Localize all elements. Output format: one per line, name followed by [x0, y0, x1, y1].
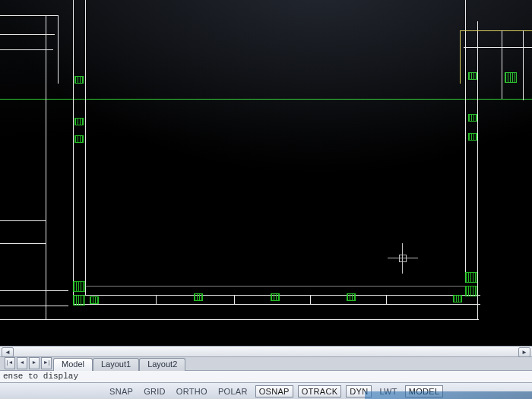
column-detail	[465, 272, 477, 283]
column-detail	[194, 293, 203, 301]
tab-nav-first[interactable]: |◄	[5, 357, 15, 369]
column-detail	[505, 72, 517, 83]
cad-line	[58, 15, 59, 84]
tab-nav-prev[interactable]: ◄	[17, 357, 27, 369]
scroll-right-button[interactable]: ►	[518, 347, 530, 357]
cad-line	[460, 30, 461, 84]
tab-nav-last[interactable]: ►|	[41, 357, 52, 369]
column-detail	[468, 72, 477, 80]
cad-line	[73, 0, 74, 304]
cad-line	[0, 243, 46, 244]
column-detail	[74, 135, 84, 143]
tab-layout2[interactable]: Layout2	[139, 358, 185, 371]
column-detail	[271, 293, 280, 301]
column-detail	[74, 118, 84, 125]
bottom-dock: ◄ ► |◄ ◄ ► ►| Model Layout1 Layout2 ense…	[0, 346, 532, 399]
tab-layout1[interactable]: Layout1	[93, 358, 139, 371]
tab-model[interactable]: Model	[53, 358, 93, 371]
scroll-left-button[interactable]: ◄	[2, 347, 14, 357]
horizontal-scrollbar[interactable]: ◄ ►	[0, 346, 532, 357]
cad-line	[464, 47, 532, 48]
cad-line	[234, 295, 235, 304]
column-detail	[73, 281, 85, 292]
column-detail	[453, 295, 462, 302]
cad-line	[46, 15, 46, 319]
layout-tabstrip: |◄ ◄ ► ►| Model Layout1 Layout2	[0, 357, 532, 371]
cad-line	[477, 21, 478, 319]
column-detail	[468, 133, 477, 141]
cad-line	[0, 220, 46, 221]
toggle-otrack[interactable]: OTRACK	[298, 385, 342, 397]
column-detail	[73, 295, 85, 306]
tab-nav-next[interactable]: ►	[29, 357, 40, 369]
cad-line	[460, 30, 532, 31]
cad-line	[85, 286, 465, 287]
toggle-polar[interactable]: POLAR	[215, 386, 251, 397]
cad-line	[156, 295, 157, 304]
monitor-bezel	[365, 391, 532, 399]
cad-line	[0, 290, 68, 291]
toggle-grid[interactable]: GRID	[141, 386, 169, 397]
cad-line	[523, 30, 524, 100]
toggle-snap[interactable]: SNAP	[106, 386, 136, 397]
cad-line	[0, 34, 55, 35]
cad-line	[502, 30, 502, 99]
cad-line	[0, 306, 68, 306]
column-detail	[74, 76, 84, 84]
cad-canvas[interactable]	[0, 0, 532, 346]
cad-line	[386, 295, 387, 304]
cad-line	[0, 15, 58, 16]
toggle-osnap[interactable]: OSNAP	[255, 385, 293, 397]
column-detail	[347, 293, 356, 301]
cad-line	[85, 0, 86, 295]
cad-line	[0, 319, 479, 320]
column-detail	[465, 286, 477, 296]
screen-glare	[0, 0, 532, 346]
cad-line	[465, 0, 466, 283]
green-guide-line	[0, 99, 532, 100]
cad-line	[310, 295, 311, 304]
crosshair-cursor	[388, 243, 418, 274]
column-detail	[468, 114, 477, 122]
cad-line	[73, 304, 480, 305]
column-detail	[90, 296, 99, 304]
command-line[interactable]: ense to display	[0, 371, 532, 383]
toggle-ortho[interactable]: ORTHO	[173, 386, 211, 397]
